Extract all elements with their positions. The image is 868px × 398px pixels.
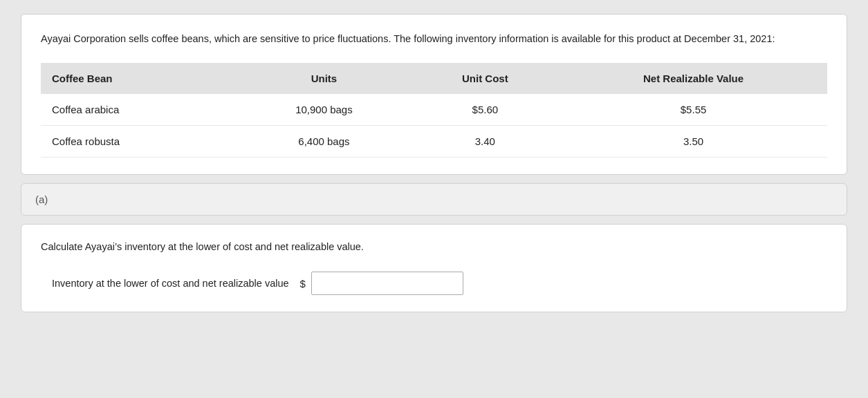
question-text: Calculate Ayayai’s inventory at the lowe… [41,241,827,252]
inventory-answer-input[interactable] [311,272,463,295]
table-row: Coffea arabica 10,900 bags $5.60 $5.55 [41,94,827,126]
table-row: Coffea robusta 6,400 bags 3.40 3.50 [41,126,827,158]
col-header-nrv: Net Realizable Value [560,63,827,94]
unit-cost-2: 3.40 [411,126,560,158]
table-header-row: Coffee Bean Units Unit Cost Net Realizab… [41,63,827,94]
nrv-1: $5.55 [560,94,827,126]
nrv-2: 3.50 [560,126,827,158]
answer-row: Inventory at the lower of cost and net r… [41,272,827,295]
question-card: Calculate Ayayai’s inventory at the lowe… [21,224,847,312]
col-header-units: Units [237,63,410,94]
section-label-card: (a) [21,183,847,216]
bean-name-2: Coffea robusta [41,126,237,158]
bean-name-1: Coffea arabica [41,94,237,126]
col-header-unit-cost: Unit Cost [411,63,560,94]
units-1: 10,900 bags [237,94,410,126]
info-card: Ayayai Corporation sells coffee beans, w… [21,14,847,175]
inventory-table: Coffee Bean Units Unit Cost Net Realizab… [41,63,827,158]
section-label: (a) [35,193,48,205]
dollar-sign: $ [300,278,306,290]
col-header-bean: Coffee Bean [41,63,237,94]
answer-label: Inventory at the lower of cost and net r… [52,278,289,289]
unit-cost-1: $5.60 [411,94,560,126]
units-2: 6,400 bags [237,126,410,158]
intro-paragraph: Ayayai Corporation sells coffee beans, w… [41,31,827,46]
